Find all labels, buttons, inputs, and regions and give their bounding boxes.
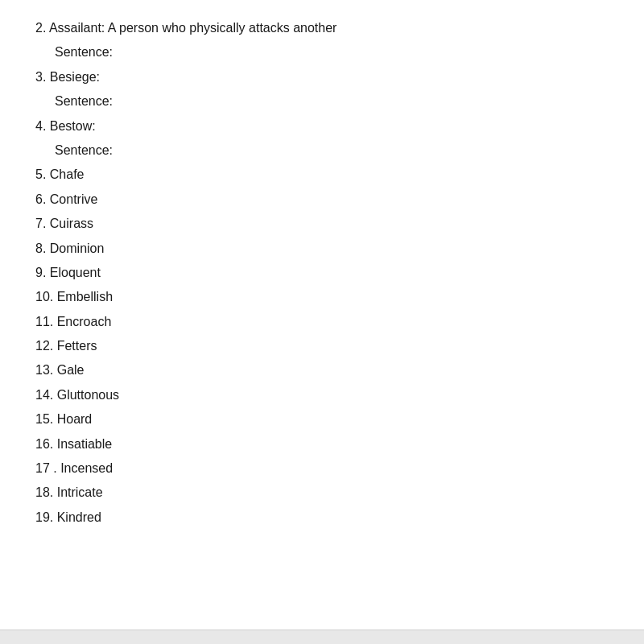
list-item: 2. Assailant: A person who physically at…: [35, 16, 609, 40]
list-item: 18. Intricate: [35, 481, 609, 505]
list-item: 10. Embellish: [35, 285, 609, 309]
list-item: 6. Contrive: [35, 188, 609, 212]
sub-item: Sentence:: [35, 138, 609, 163]
list-item: 17 . Incensed: [35, 456, 609, 481]
list-item: 16. Insatiable: [35, 432, 609, 456]
list-item: 11. Encroach: [35, 310, 609, 334]
list-item: 14. Gluttonous: [35, 383, 609, 407]
vocabulary-list: 2. Assailant: A person who physically at…: [35, 16, 609, 530]
list-item: 9. Eloquent: [35, 261, 609, 285]
list-item: 13. Gale: [35, 358, 609, 382]
list-item: 4. Bestow:: [35, 114, 609, 138]
bottom-bar: [0, 630, 644, 644]
list-item: 3. Besiege:: [35, 65, 609, 89]
sub-item: Sentence:: [35, 40, 609, 64]
list-item: 15. Hoard: [35, 407, 609, 431]
page-container: 2. Assailant: A person who physically at…: [0, 0, 644, 644]
list-item: 8. Dominion: [35, 237, 609, 261]
list-item: 12. Fetters: [35, 334, 609, 358]
list-item: 5. Chafe: [35, 163, 609, 187]
sub-item: Sentence:: [35, 89, 609, 114]
list-item: 7. Cuirass: [35, 212, 609, 236]
list-item: 19. Kindred: [35, 506, 609, 530]
